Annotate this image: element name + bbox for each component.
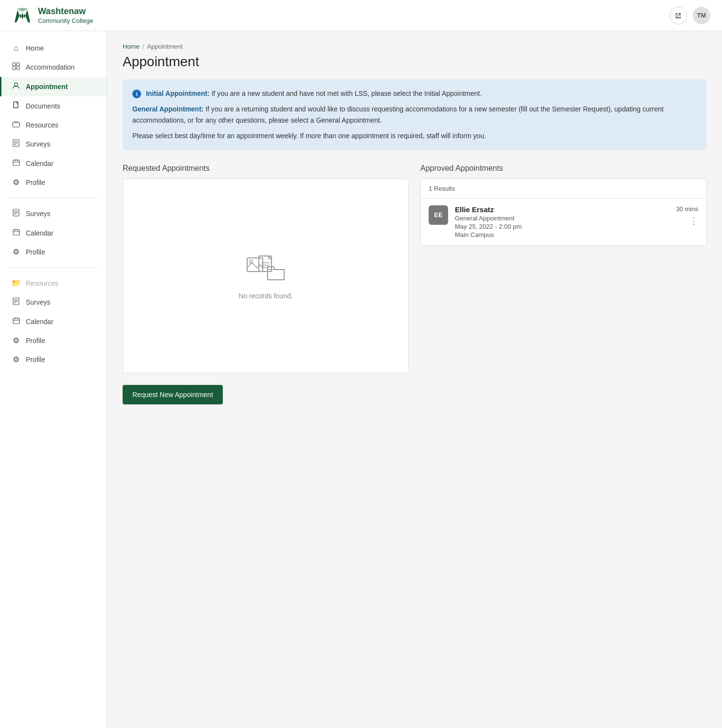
sidebar-divider2	[8, 267, 99, 268]
svg-rect-31	[13, 318, 19, 324]
surveys-icon	[11, 139, 21, 149]
svg-rect-4	[17, 63, 19, 66]
calendar3-icon	[11, 317, 21, 326]
no-records-icon	[246, 252, 285, 286]
calendar2-icon	[11, 228, 21, 237]
breadcrumb: Home / Appointment	[123, 43, 706, 50]
sidebar-item-profile3[interactable]: ⚙ Profile	[0, 331, 107, 350]
info-note: Please select best day/time for an appoi…	[132, 130, 697, 141]
logo: Washtenaw Community College	[12, 5, 93, 26]
no-records: No records found.	[238, 252, 292, 300]
page-title: Appointment	[123, 54, 706, 70]
appointment-type: General Appointment	[455, 215, 669, 222]
sidebar-item-appointment[interactable]: Appointment	[0, 77, 107, 96]
sidebar-item-surveys2[interactable]: Surveys	[0, 204, 107, 223]
no-records-illustration	[246, 253, 285, 285]
appointment-duration: 30 mins	[676, 205, 698, 213]
arrow-annotation	[107, 79, 107, 95]
breadcrumb-current: Appointment	[147, 43, 182, 50]
svg-rect-23	[13, 230, 19, 235]
external-link-icon	[675, 12, 682, 19]
info-general: General Appointment: If you are a return…	[132, 104, 697, 126]
appointments-grid: Requested Appointments	[123, 164, 706, 373]
profile4-icon: ⚙	[11, 355, 21, 364]
navbar-right: TM	[669, 7, 710, 24]
appointment-location: Main Campus	[455, 231, 669, 238]
requested-appointments-title: Requested Appointments	[123, 164, 409, 173]
sidebar-item-resources[interactable]: Resources	[0, 116, 107, 134]
sidebar-item-surveys[interactable]: Surveys	[0, 134, 107, 154]
svg-rect-3	[13, 63, 16, 66]
sidebar-item-documents[interactable]: Documents	[0, 96, 107, 116]
resources-icon	[11, 121, 21, 129]
info-box: i Initial Appointment: If you are a new …	[123, 79, 706, 150]
request-new-appointment-button[interactable]: Request New Appointment	[123, 385, 223, 404]
svg-rect-10	[13, 123, 19, 127]
logo-text: Washtenaw Community College	[38, 6, 93, 24]
surveys2-icon	[11, 209, 21, 218]
svg-rect-6	[17, 67, 19, 70]
appointment-card: EE Ellie Ersatz General Appointment May …	[421, 199, 706, 246]
profile3-icon: ⚙	[11, 336, 21, 345]
sidebar-item-resources2[interactable]: 📁 Resources	[0, 273, 107, 292]
approved-appointments-title: Approved Appointments	[420, 164, 706, 173]
requested-appointments-section: Requested Appointments	[123, 164, 409, 373]
main-content: Home / Appointment Appointment i Initial…	[107, 31, 722, 728]
sidebar-item-calendar[interactable]: Calendar	[0, 154, 107, 173]
home-icon: ⌂	[11, 44, 21, 53]
appointment-icon	[11, 82, 21, 91]
sidebar-item-calendar2[interactable]: Calendar	[0, 223, 107, 242]
more-options-button[interactable]: ⋮	[689, 217, 698, 225]
layout: ⌂ Home Accommodation Appointment	[0, 31, 722, 728]
approved-appointments-section: Approved Appointments 1 Results EE Ellie…	[420, 164, 706, 373]
sidebar-item-calendar3[interactable]: Calendar	[0, 312, 107, 331]
appointment-meta: 30 mins ⋮	[676, 205, 698, 225]
accommodation-icon	[11, 62, 21, 72]
appointment-name: Ellie Ersatz	[455, 205, 669, 214]
appointment-avatar: EE	[429, 205, 448, 225]
results-count: 1 Results	[421, 179, 706, 199]
navbar: Washtenaw Community College TM	[0, 0, 722, 31]
external-link-button[interactable]	[669, 7, 687, 24]
info-initial: i Initial Appointment: If you are a new …	[132, 88, 697, 99]
sidebar-item-home[interactable]: ⌂ Home	[0, 39, 107, 57]
sidebar-item-profile2[interactable]: ⚙ Profile	[0, 242, 107, 261]
sidebar-item-profile4[interactable]: ⚙ Profile	[0, 350, 107, 369]
approved-appointments-panel: 1 Results EE Ellie Ersatz General Appoin…	[420, 179, 706, 246]
svg-rect-15	[13, 160, 19, 165]
resources2-icon: 📁	[11, 278, 21, 288]
surveys3-icon	[11, 297, 21, 307]
appointment-info: Ellie Ersatz General Appointment May 25,…	[455, 205, 669, 238]
documents-icon	[11, 101, 21, 111]
svg-rect-5	[13, 67, 16, 70]
sidebar: ⌂ Home Accommodation Appointment	[0, 31, 107, 728]
requested-appointments-panel: No records found.	[123, 179, 409, 373]
svg-rect-35	[247, 258, 263, 272]
profile2-icon: ⚙	[11, 247, 21, 256]
info-icon: i	[132, 90, 141, 98]
appointment-date: May 25, 2022 - 2:00 pm	[455, 223, 669, 230]
sidebar-item-accommodation[interactable]: Accommodation	[0, 57, 107, 77]
sidebar-divider	[8, 198, 99, 198]
wcc-logo-icon	[12, 5, 33, 26]
profile-icon: ⚙	[11, 178, 21, 187]
calendar-icon	[11, 159, 21, 168]
sidebar-item-profile[interactable]: ⚙ Profile	[0, 173, 107, 192]
user-avatar-button[interactable]: TM	[693, 7, 710, 24]
breadcrumb-home[interactable]: Home	[123, 43, 140, 50]
sidebar-item-surveys3[interactable]: Surveys	[0, 292, 107, 312]
